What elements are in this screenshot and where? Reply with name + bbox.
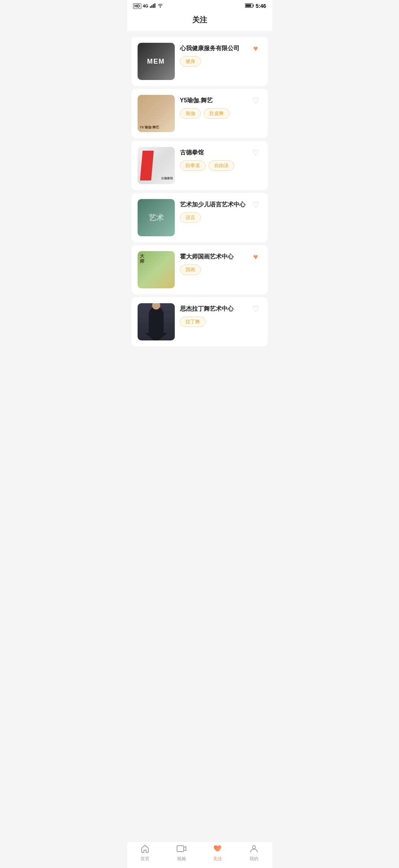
card-5-tags: 国画 bbox=[180, 265, 262, 275]
svg-rect-7 bbox=[177, 846, 184, 852]
content-area: 心我健康服务有限公司 健身 ♥ Y5瑜伽.舞艺 瑜伽 肚皮舞 ♡ 古德拳馆 bbox=[127, 31, 272, 375]
svg-rect-0 bbox=[150, 6, 151, 8]
status-right: 5:46 bbox=[245, 3, 266, 9]
card-2-like-button[interactable]: ♡ bbox=[250, 95, 262, 107]
nav-home-label: 首页 bbox=[141, 856, 149, 862]
home-icon bbox=[141, 845, 149, 854]
signal-icon bbox=[150, 3, 156, 9]
wifi-icon bbox=[157, 3, 163, 9]
status-left: HD 4G bbox=[133, 3, 163, 9]
card-4: 艺术加少儿语言艺术中心 语言 ♡ bbox=[132, 193, 268, 242]
card-1: 心我健康服务有限公司 健身 ♥ bbox=[132, 37, 268, 86]
svg-rect-1 bbox=[151, 5, 152, 8]
heart-empty-icon: ♡ bbox=[252, 304, 260, 314]
card-3-body: 古德拳馆 跆拳道 自由泳 bbox=[180, 147, 262, 171]
hd-badge: HD bbox=[133, 3, 141, 9]
dance-skirt bbox=[145, 333, 167, 340]
card-4-tags: 语言 bbox=[180, 212, 262, 223]
nav-follow[interactable]: 关注 bbox=[200, 845, 236, 862]
heart-filled-icon: ♥ bbox=[253, 252, 258, 262]
tag-yoga[interactable]: 瑜伽 bbox=[180, 108, 201, 119]
card-2: Y5瑜伽.舞艺 瑜伽 肚皮舞 ♡ bbox=[132, 89, 268, 138]
card-1-body: 心我健康服务有限公司 健身 bbox=[180, 43, 262, 67]
heart-empty-icon: ♡ bbox=[252, 200, 260, 210]
card-2-tags: 瑜伽 肚皮舞 bbox=[180, 108, 262, 119]
battery-icon bbox=[245, 3, 254, 9]
card-1-image[interactable] bbox=[138, 43, 175, 80]
card-2-title: Y5瑜伽.舞艺 bbox=[180, 96, 262, 105]
bottom-navigation: 首页 视频 关注 bbox=[127, 841, 272, 868]
network-type: 4G bbox=[143, 4, 148, 8]
heart-empty-icon: ♡ bbox=[252, 96, 260, 106]
nav-video-label: 视频 bbox=[177, 856, 186, 862]
card-6-title: 思杰拉丁舞艺术中心 bbox=[180, 305, 262, 313]
svg-rect-3 bbox=[154, 3, 155, 8]
card-6-image[interactable] bbox=[138, 303, 175, 340]
user-icon bbox=[250, 845, 258, 854]
tag-freestyle-swim[interactable]: 自由泳 bbox=[209, 160, 234, 171]
card-1-title: 心我健康服务有限公司 bbox=[180, 44, 262, 52]
card-3: 古德拳馆 古德拳馆 跆拳道 自由泳 ♡ bbox=[132, 141, 268, 190]
card-5: 霍大师国画艺术中心 国画 ♥ bbox=[132, 245, 268, 294]
dance-figure bbox=[149, 307, 164, 337]
card-5-image[interactable] bbox=[138, 251, 175, 288]
nav-home[interactable]: 首页 bbox=[127, 845, 164, 862]
heart-filled-icon: ♥ bbox=[253, 44, 258, 54]
status-bar: HD 4G 5:46 bbox=[127, 0, 272, 10]
nav-mine[interactable]: 我的 bbox=[236, 845, 272, 862]
card-6: 思杰拉丁舞艺术中心 拉丁舞 ♡ bbox=[132, 297, 268, 346]
card-5-body: 霍大师国画艺术中心 国画 bbox=[180, 251, 262, 275]
heart-empty-icon: ♡ bbox=[252, 148, 260, 158]
svg-point-8 bbox=[252, 846, 255, 849]
card-1-tags: 健身 bbox=[180, 56, 262, 67]
nav-follow-label: 关注 bbox=[213, 856, 222, 862]
card-3-like-button[interactable]: ♡ bbox=[250, 147, 262, 159]
boxing-text: 古德拳馆 bbox=[161, 176, 173, 180]
svg-rect-6 bbox=[246, 4, 251, 7]
tag-taekwondo[interactable]: 跆拳道 bbox=[180, 160, 206, 171]
card-2-image[interactable] bbox=[138, 95, 175, 132]
card-4-title: 艺术加少儿语言艺术中心 bbox=[180, 201, 262, 209]
tag-fitness[interactable]: 健身 bbox=[180, 56, 201, 67]
tag-chinese-painting[interactable]: 国画 bbox=[180, 265, 201, 275]
boxing-decoration bbox=[140, 151, 154, 180]
card-5-like-button[interactable]: ♥ bbox=[250, 251, 262, 263]
tag-belly-dance[interactable]: 肚皮舞 bbox=[204, 108, 229, 119]
card-6-tags: 拉丁舞 bbox=[180, 317, 262, 327]
nav-follow-heart-icon bbox=[213, 845, 222, 854]
card-3-tags: 跆拳道 自由泳 bbox=[180, 160, 262, 171]
card-6-body: 思杰拉丁舞艺术中心 拉丁舞 bbox=[180, 303, 262, 327]
page-header: 关注 bbox=[127, 10, 272, 31]
tag-language[interactable]: 语言 bbox=[180, 212, 201, 223]
card-1-like-button[interactable]: ♥ bbox=[250, 43, 262, 55]
svg-rect-2 bbox=[153, 4, 154, 8]
tag-latin-dance[interactable]: 拉丁舞 bbox=[180, 317, 206, 327]
svg-rect-5 bbox=[253, 4, 254, 6]
nav-mine-label: 我的 bbox=[250, 856, 258, 862]
card-5-title: 霍大师国画艺术中心 bbox=[180, 253, 262, 261]
video-icon bbox=[177, 845, 186, 854]
page-title: 关注 bbox=[192, 16, 207, 24]
card-3-title: 古德拳馆 bbox=[180, 148, 262, 157]
card-6-like-button[interactable]: ♡ bbox=[250, 303, 262, 315]
card-4-like-button[interactable]: ♡ bbox=[250, 199, 262, 211]
card-2-body: Y5瑜伽.舞艺 瑜伽 肚皮舞 bbox=[180, 95, 262, 119]
nav-video[interactable]: 视频 bbox=[163, 845, 200, 862]
card-3-image[interactable]: 古德拳馆 bbox=[138, 147, 175, 184]
card-4-body: 艺术加少儿语言艺术中心 语言 bbox=[180, 199, 262, 223]
status-time: 5:46 bbox=[255, 3, 266, 9]
card-4-image[interactable] bbox=[138, 199, 175, 236]
